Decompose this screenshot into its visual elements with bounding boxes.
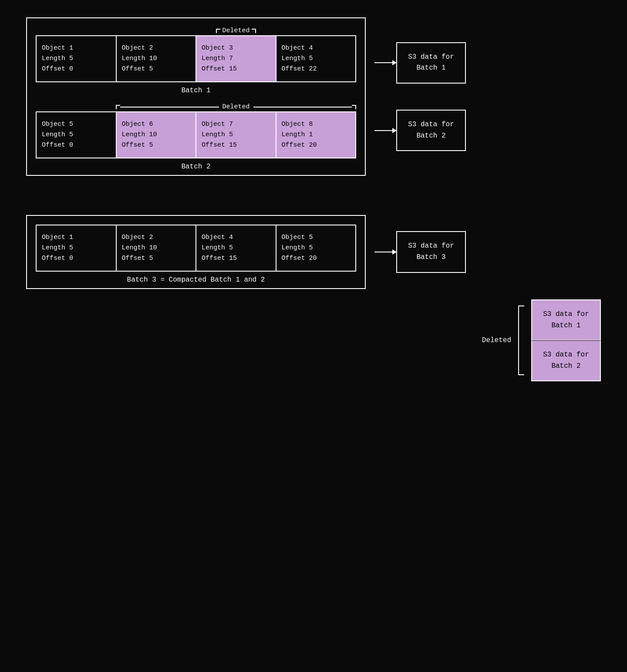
- batch1-label: Batch 1: [36, 87, 356, 94]
- batch3-obj2: Object 2 Length 10 Offset 5: [117, 225, 197, 271]
- bottom-section: Object 1 Length 5 Offset 0 Object 2 Leng…: [26, 215, 601, 381]
- batch1-obj1: Object 1 Length 5 Offset 0: [37, 36, 117, 81]
- del-bracket-left-b2: [116, 105, 120, 109]
- batch1-section: Deleted Object 1 Length 5 Offset 0 Objec…: [36, 27, 356, 94]
- batch1-obj2: Object 2 Length 10 Offset 5: [117, 36, 197, 81]
- batch2-label: Batch 2: [36, 163, 356, 171]
- del-bracket-right-b1: [252, 29, 256, 33]
- s3-deleted-batch1: S3 data for Batch 1: [531, 299, 601, 340]
- arrow-batch1: [374, 62, 396, 63]
- del-line-b2: [120, 107, 219, 108]
- arrow-batch3: [374, 252, 396, 252]
- stacked-s3-deleted: S3 data for Batch 1 S3 data for Batch 2: [531, 299, 601, 381]
- batch3-obj4: Object 4 Length 5 Offset 15: [196, 225, 276, 271]
- arrow-batch2: [374, 130, 396, 131]
- del-line-b2r: [253, 107, 352, 108]
- batch2-obj6: Object 6 Length 10 Offset 5: [117, 112, 197, 158]
- batch2-objects-row: Object 5 Length 5 Offset 0 Object 6 Leng…: [36, 111, 356, 158]
- batch2-obj7: Object 7 Length 5 Offset 15: [196, 112, 276, 158]
- s3-deleted-batch2: S3 data for Batch 2: [531, 340, 601, 381]
- batch3-label: Batch 3 = Compacted Batch 1 and 2: [36, 276, 356, 284]
- batch3-obj1: Object 1 Length 5 Offset 0: [37, 225, 117, 271]
- deleted-label-bottom: Deleted: [482, 336, 511, 344]
- batch3-obj5: Object 5 Length 5 Offset 20: [276, 225, 356, 271]
- del-bracket-right-b2: [352, 105, 356, 109]
- del-bracket-left-b1: [216, 29, 220, 33]
- batch1-deleted-label: Deleted: [222, 27, 249, 34]
- batch2-obj8: Object 8 Length 1 Offset 20: [276, 112, 356, 158]
- s3-box-batch2: S3 data for Batch 2: [396, 110, 466, 151]
- batch2-section: Deleted Object 5 Length 5 Offset 0 Objec…: [36, 103, 356, 171]
- batch1-obj3: Object 3 Length 7 Offset 15: [196, 36, 276, 81]
- batch1-obj4: Object 4 Length 5 Offset 22: [276, 36, 356, 81]
- batch2-deleted-label: Deleted: [219, 103, 253, 111]
- s3-box-batch3: S3 data for Batch 3: [396, 231, 466, 272]
- batch2-obj5: Object 5 Length 5 Offset 0: [37, 112, 117, 158]
- deleted-vert-bracket: [518, 306, 524, 375]
- batch1-objects-row: Object 1 Length 5 Offset 0 Object 2 Leng…: [36, 35, 356, 82]
- s3-box-batch1: S3 data for Batch 1: [396, 42, 466, 84]
- batch3-objects-row: Object 1 Length 5 Offset 0 Object 2 Leng…: [36, 225, 356, 272]
